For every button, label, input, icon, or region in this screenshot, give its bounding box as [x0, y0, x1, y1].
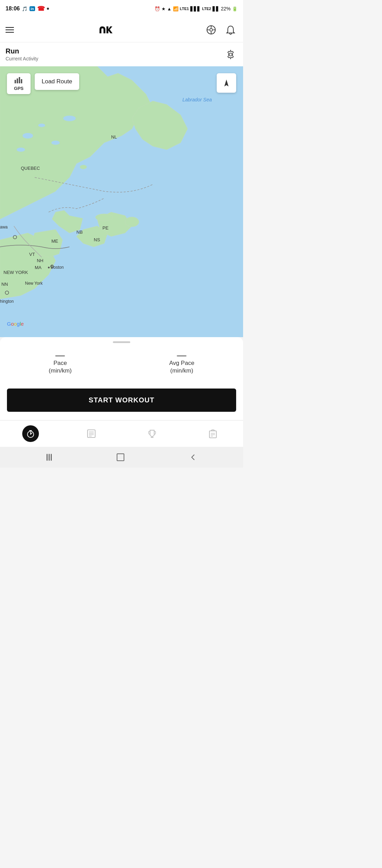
- status-bar: 18:06 🎵 in ☎ ⏰ ★ ▲ 📶 LTE1 ▋▋▋ LTE2 ▋▋ 22…: [0, 0, 243, 17]
- recent-apps-button[interactable]: [47, 454, 52, 461]
- dot-icon: [47, 8, 49, 10]
- avg-pace-dash: [177, 355, 186, 357]
- list-icon: [83, 425, 100, 442]
- svg-rect-30: [19, 77, 20, 83]
- svg-rect-31: [21, 79, 22, 83]
- svg-point-18: [80, 165, 87, 169]
- load-route-button[interactable]: Load Route: [35, 73, 79, 90]
- clipboard-icon: [205, 425, 221, 442]
- airtel-icon: ☎: [37, 5, 45, 12]
- tab-challenges[interactable]: [144, 425, 160, 442]
- pace-dash: [55, 355, 65, 357]
- svg-rect-45: [209, 431, 216, 438]
- nav-arrow-icon: [222, 78, 231, 88]
- svg-point-17: [125, 217, 139, 227]
- battery-icon: 🔋: [232, 6, 238, 11]
- drag-handle: [113, 341, 130, 343]
- tab-activity[interactable]: [22, 425, 39, 442]
- gps-button[interactable]: GPS: [7, 73, 31, 94]
- back-arrow-icon: [189, 453, 197, 461]
- svg-rect-28: [15, 80, 16, 83]
- tab-log[interactable]: [83, 425, 100, 442]
- signal2-icon: ▋▋: [213, 6, 219, 11]
- media-icon: 🎵: [22, 6, 27, 11]
- google-watermark: Google: [7, 321, 24, 327]
- svg-point-23: [23, 133, 33, 139]
- battery-display: 22%: [221, 6, 231, 11]
- svg-point-19: [51, 168, 60, 173]
- pace-label: Pace(min/km): [49, 359, 72, 375]
- lte2-label: LTE2: [202, 7, 211, 11]
- trophy-icon: [144, 425, 160, 442]
- bell-icon: [226, 25, 235, 35]
- nav-icons: [204, 23, 238, 37]
- avg-pace-label: Avg Pace(min/km): [169, 359, 194, 375]
- activity-header: Run Current Activity: [0, 42, 243, 66]
- location-icon: [206, 25, 216, 35]
- settings-button[interactable]: [224, 48, 238, 61]
- drag-handle-area[interactable]: [0, 337, 243, 347]
- map-svg: [0, 66, 243, 337]
- navigation-button[interactable]: [217, 73, 236, 93]
- signal1-icon: ▋▋▋: [190, 6, 201, 11]
- bluetooth-icon: ★: [161, 6, 166, 11]
- svg-point-24: [38, 124, 45, 127]
- lte1-label: LTE1: [180, 7, 189, 11]
- under-armour-logo: [99, 23, 119, 37]
- brand-logo: [99, 23, 119, 37]
- notification-button[interactable]: [224, 23, 238, 37]
- svg-rect-29: [17, 78, 18, 83]
- avg-pace-stat: Avg Pace(min/km): [169, 355, 194, 375]
- home-icon: [117, 453, 124, 461]
- tab-profile[interactable]: [205, 425, 221, 442]
- menu-button[interactable]: [6, 27, 14, 33]
- home-button[interactable]: [117, 453, 124, 461]
- svg-point-13: [96, 214, 113, 221]
- gps-label: GPS: [14, 86, 23, 91]
- start-workout-container: START WORKOUT: [0, 383, 243, 420]
- activity-info: Run Current Activity: [6, 47, 38, 61]
- stats-area: Pace(min/km) Avg Pace(min/km): [0, 347, 243, 383]
- linkedin-icon: in: [30, 6, 35, 11]
- time-display: 18:06: [6, 6, 20, 12]
- alarm-icon: ⏰: [155, 6, 160, 11]
- pace-stat: Pace(min/km): [49, 355, 72, 375]
- activity-subtitle: Current Activity: [6, 56, 38, 61]
- svg-point-25: [17, 148, 25, 152]
- wifi-icon: 📶: [173, 6, 178, 11]
- gear-icon: [226, 50, 235, 59]
- svg-point-26: [63, 116, 76, 121]
- location-icon: ▲: [167, 6, 172, 11]
- svg-point-6: [229, 53, 232, 56]
- recent-apps-icon: [47, 454, 52, 461]
- back-button[interactable]: [189, 453, 197, 461]
- start-workout-button[interactable]: START WORKOUT: [7, 389, 236, 412]
- activity-title: Run: [6, 47, 38, 55]
- status-icons: ⏰ ★ ▲ 📶 LTE1 ▋▋▋ LTE2 ▋▋ 22% 🔋: [155, 6, 238, 11]
- stopwatch-icon-active: [22, 425, 39, 442]
- svg-point-1: [210, 28, 213, 31]
- status-time: 18:06 🎵 in ☎: [6, 5, 49, 12]
- chart-icon: [15, 76, 23, 85]
- top-nav: [0, 17, 243, 42]
- android-nav-bar: [0, 447, 243, 468]
- location-button[interactable]: [204, 23, 218, 37]
- load-route-label: Load Route: [42, 78, 72, 85]
- bottom-tab-bar: [0, 420, 243, 447]
- svg-marker-32: [224, 80, 229, 86]
- map-area[interactable]: GPS Load Route Labrador Sea NL QUEBEC NB…: [0, 66, 243, 337]
- svg-point-27: [51, 141, 60, 145]
